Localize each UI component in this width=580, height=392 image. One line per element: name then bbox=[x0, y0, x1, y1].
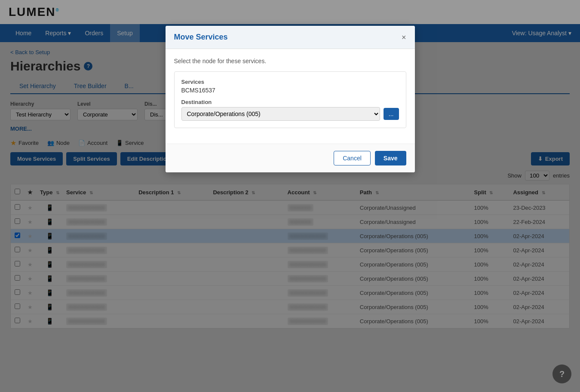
modal-footer: Cancel Save bbox=[166, 144, 415, 172]
services-field-label: Services bbox=[181, 79, 399, 85]
modal-instruction: Select the node for these services. bbox=[174, 58, 406, 64]
modal-card: Services BCMS16537 Destination Corporate… bbox=[174, 71, 406, 128]
move-services-modal: Move Services × Select the node for thes… bbox=[166, 26, 415, 172]
modal-save-button[interactable]: Save bbox=[375, 151, 406, 165]
destination-field-label: Destination bbox=[181, 99, 399, 105]
destination-row: Corporate/Operations (005) Corporate/Una… bbox=[181, 107, 399, 121]
destination-browse-button[interactable]: ... bbox=[384, 108, 399, 120]
modal-body: Select the node for these services. Serv… bbox=[166, 49, 415, 144]
modal-cancel-button[interactable]: Cancel bbox=[334, 151, 371, 165]
modal-close-button[interactable]: × bbox=[402, 34, 406, 41]
modal-header: Move Services × bbox=[166, 26, 415, 49]
modal-overlay: Move Services × Select the node for thes… bbox=[0, 0, 580, 392]
services-field-value: BCMS16537 bbox=[181, 87, 399, 94]
destination-select[interactable]: Corporate/Operations (005) Corporate/Una… bbox=[181, 107, 380, 121]
modal-title: Move Services bbox=[174, 33, 228, 42]
